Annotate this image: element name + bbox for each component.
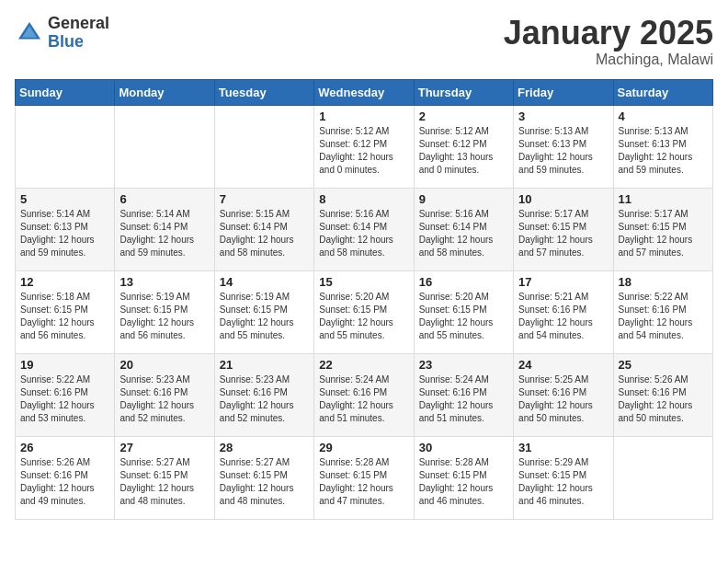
calendar-cell: 31Sunrise: 5:29 AM Sunset: 6:15 PM Dayli… <box>514 436 613 519</box>
cell-info: Sunrise: 5:28 AM Sunset: 6:15 PM Dayligh… <box>419 456 508 508</box>
day-number: 30 <box>419 441 508 454</box>
calendar-week-row: 12Sunrise: 5:18 AM Sunset: 6:15 PM Dayli… <box>16 270 713 353</box>
calendar-week-row: 5Sunrise: 5:14 AM Sunset: 6:13 PM Daylig… <box>16 188 713 270</box>
calendar-cell: 10Sunrise: 5:17 AM Sunset: 6:15 PM Dayli… <box>514 188 613 270</box>
weekday-header: Tuesday <box>214 79 313 105</box>
cell-info: Sunrise: 5:14 AM Sunset: 6:13 PM Dayligh… <box>20 208 109 259</box>
cell-info: Sunrise: 5:13 AM Sunset: 6:13 PM Dayligh… <box>518 125 608 177</box>
day-number: 19 <box>20 358 109 372</box>
calendar-cell: 22Sunrise: 5:24 AM Sunset: 6:16 PM Dayli… <box>314 353 414 436</box>
day-number: 15 <box>319 275 408 289</box>
weekday-header: Wednesday <box>314 79 414 105</box>
calendar-cell: 20Sunrise: 5:23 AM Sunset: 6:16 PM Dayli… <box>115 353 214 436</box>
calendar-cell: 27Sunrise: 5:27 AM Sunset: 6:15 PM Dayli… <box>115 436 214 519</box>
title-block: January 2025 Machinga, Malawi <box>504 15 713 68</box>
cell-info: Sunrise: 5:22 AM Sunset: 6:16 PM Dayligh… <box>20 373 109 425</box>
cell-info: Sunrise: 5:16 AM Sunset: 6:14 PM Dayligh… <box>419 208 508 259</box>
page-header: General Blue January 2025 Machinga, Mala… <box>15 15 713 68</box>
cell-info: Sunrise: 5:19 AM Sunset: 6:15 PM Dayligh… <box>119 291 209 342</box>
day-number: 12 <box>20 275 109 289</box>
day-number: 23 <box>419 358 508 372</box>
cell-info: Sunrise: 5:24 AM Sunset: 6:16 PM Dayligh… <box>319 373 408 425</box>
calendar-cell: 25Sunrise: 5:26 AM Sunset: 6:16 PM Dayli… <box>613 353 712 436</box>
day-number: 5 <box>20 192 109 206</box>
day-number: 20 <box>119 358 209 372</box>
cell-info: Sunrise: 5:27 AM Sunset: 6:15 PM Dayligh… <box>119 456 209 508</box>
calendar-week-row: 19Sunrise: 5:22 AM Sunset: 6:16 PM Dayli… <box>16 353 713 436</box>
calendar-header-row: SundayMondayTuesdayWednesdayThursdayFrid… <box>16 79 713 105</box>
calendar-cell <box>115 105 214 188</box>
calendar-cell: 16Sunrise: 5:20 AM Sunset: 6:15 PM Dayli… <box>414 270 513 353</box>
day-number: 22 <box>319 358 408 372</box>
day-number: 13 <box>119 275 209 289</box>
day-number: 10 <box>518 192 608 206</box>
day-number: 3 <box>518 109 608 123</box>
cell-info: Sunrise: 5:17 AM Sunset: 6:15 PM Dayligh… <box>518 208 608 259</box>
weekday-header: Sunday <box>16 79 115 105</box>
day-number: 2 <box>419 109 508 123</box>
cell-info: Sunrise: 5:29 AM Sunset: 6:15 PM Dayligh… <box>518 456 608 508</box>
cell-info: Sunrise: 5:18 AM Sunset: 6:15 PM Dayligh… <box>20 291 109 342</box>
day-number: 14 <box>220 275 309 289</box>
weekday-header: Thursday <box>414 79 513 105</box>
calendar-cell: 11Sunrise: 5:17 AM Sunset: 6:15 PM Dayli… <box>613 188 712 270</box>
cell-info: Sunrise: 5:14 AM Sunset: 6:14 PM Dayligh… <box>119 208 209 259</box>
calendar-cell: 7Sunrise: 5:15 AM Sunset: 6:14 PM Daylig… <box>214 188 313 270</box>
day-number: 1 <box>319 109 408 123</box>
calendar-cell: 15Sunrise: 5:20 AM Sunset: 6:15 PM Dayli… <box>314 270 414 353</box>
calendar-cell: 3Sunrise: 5:13 AM Sunset: 6:13 PM Daylig… <box>514 105 613 188</box>
weekday-header: Friday <box>514 79 613 105</box>
cell-info: Sunrise: 5:25 AM Sunset: 6:16 PM Dayligh… <box>518 373 608 425</box>
cell-info: Sunrise: 5:19 AM Sunset: 6:15 PM Dayligh… <box>220 291 309 342</box>
calendar-cell: 24Sunrise: 5:25 AM Sunset: 6:16 PM Dayli… <box>514 353 613 436</box>
calendar-cell: 6Sunrise: 5:14 AM Sunset: 6:14 PM Daylig… <box>115 188 214 270</box>
calendar-cell: 30Sunrise: 5:28 AM Sunset: 6:15 PM Dayli… <box>414 436 513 519</box>
calendar-cell: 2Sunrise: 5:12 AM Sunset: 6:12 PM Daylig… <box>414 105 513 188</box>
cell-info: Sunrise: 5:26 AM Sunset: 6:16 PM Dayligh… <box>619 373 708 425</box>
day-number: 4 <box>619 109 708 123</box>
logo-general-text: General <box>48 15 109 33</box>
day-number: 24 <box>518 358 608 372</box>
calendar-cell: 28Sunrise: 5:27 AM Sunset: 6:15 PM Dayli… <box>214 436 313 519</box>
logo-icon <box>15 18 44 48</box>
day-number: 9 <box>419 192 508 206</box>
day-number: 18 <box>619 275 708 289</box>
day-number: 29 <box>319 441 408 454</box>
calendar-cell: 26Sunrise: 5:26 AM Sunset: 6:16 PM Dayli… <box>16 436 115 519</box>
calendar-cell: 5Sunrise: 5:14 AM Sunset: 6:13 PM Daylig… <box>16 188 115 270</box>
day-number: 11 <box>619 192 708 206</box>
day-number: 7 <box>220 192 309 206</box>
cell-info: Sunrise: 5:15 AM Sunset: 6:14 PM Dayligh… <box>220 208 309 259</box>
calendar-cell: 29Sunrise: 5:28 AM Sunset: 6:15 PM Dayli… <box>314 436 414 519</box>
day-number: 8 <box>319 192 408 206</box>
day-number: 21 <box>220 358 309 372</box>
cell-info: Sunrise: 5:20 AM Sunset: 6:15 PM Dayligh… <box>319 291 408 342</box>
day-number: 16 <box>419 275 508 289</box>
logo-blue-text: Blue <box>48 33 109 52</box>
day-number: 6 <box>119 192 209 206</box>
calendar-cell: 17Sunrise: 5:21 AM Sunset: 6:16 PM Dayli… <box>514 270 613 353</box>
calendar-cell: 14Sunrise: 5:19 AM Sunset: 6:15 PM Dayli… <box>214 270 313 353</box>
calendar-cell: 4Sunrise: 5:13 AM Sunset: 6:13 PM Daylig… <box>613 105 712 188</box>
cell-info: Sunrise: 5:24 AM Sunset: 6:16 PM Dayligh… <box>419 373 508 425</box>
calendar-week-row: 1Sunrise: 5:12 AM Sunset: 6:12 PM Daylig… <box>16 105 713 188</box>
cell-info: Sunrise: 5:16 AM Sunset: 6:14 PM Dayligh… <box>319 208 408 259</box>
location-title: Machinga, Malawi <box>504 52 713 68</box>
cell-info: Sunrise: 5:26 AM Sunset: 6:16 PM Dayligh… <box>20 456 109 508</box>
day-number: 25 <box>619 358 708 372</box>
logo: General Blue <box>15 15 109 52</box>
calendar-table: SundayMondayTuesdayWednesdayThursdayFrid… <box>15 79 713 520</box>
weekday-header: Monday <box>115 79 214 105</box>
cell-info: Sunrise: 5:21 AM Sunset: 6:16 PM Dayligh… <box>518 291 608 342</box>
calendar-cell: 1Sunrise: 5:12 AM Sunset: 6:12 PM Daylig… <box>314 105 414 188</box>
calendar-cell <box>613 436 712 519</box>
calendar-cell: 21Sunrise: 5:23 AM Sunset: 6:16 PM Dayli… <box>214 353 313 436</box>
cell-info: Sunrise: 5:27 AM Sunset: 6:15 PM Dayligh… <box>220 456 309 508</box>
cell-info: Sunrise: 5:12 AM Sunset: 6:12 PM Dayligh… <box>319 125 408 177</box>
calendar-cell <box>214 105 313 188</box>
calendar-cell: 9Sunrise: 5:16 AM Sunset: 6:14 PM Daylig… <box>414 188 513 270</box>
calendar-cell: 23Sunrise: 5:24 AM Sunset: 6:16 PM Dayli… <box>414 353 513 436</box>
cell-info: Sunrise: 5:22 AM Sunset: 6:16 PM Dayligh… <box>619 291 708 342</box>
cell-info: Sunrise: 5:28 AM Sunset: 6:15 PM Dayligh… <box>319 456 408 508</box>
month-title: January 2025 <box>504 15 713 52</box>
